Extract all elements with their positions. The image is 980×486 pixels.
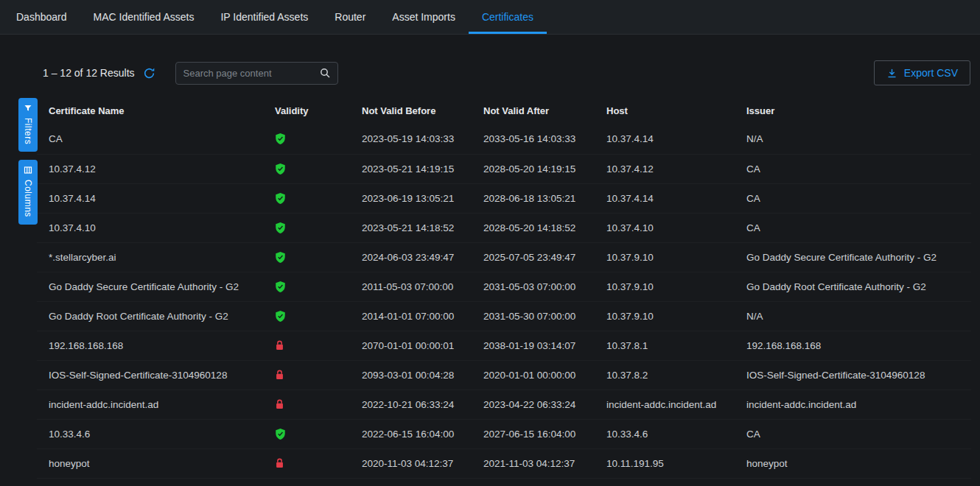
not-valid-before-cell: 2093-03-01 00:04:28 [350,360,472,390]
issuer-cell: CA [735,154,971,183]
issuer-cell: N/A [735,124,971,154]
filters-tab-label: Filters [23,118,33,144]
validity-cell [263,154,350,183]
host-cell: 10.37.4.10 [595,213,735,242]
cert-name-cell: 10.37.4.14 [37,183,263,213]
host-cell: incident-addc.incident.ad [595,390,735,419]
table-row[interactable]: *.stellarcyber.ai2024-06-03 23:49:472025… [37,242,971,272]
cert-name-cell: 10.37.4.10 [37,213,263,242]
not-valid-after-cell: 2033-05-16 14:03:33 [472,124,595,154]
not-valid-after-cell: 2028-05-20 14:18:52 [472,213,595,242]
not-valid-after-cell: 2021-11-03 04:12:37 [472,448,595,478]
not-valid-before-cell: 2023-05-19 14:03:33 [350,124,472,154]
tab-asset-imports[interactable]: Asset Imports [379,0,469,34]
host-cell: 10.11.191.95 [595,448,735,478]
certificates-table: Certificate Name Validity Not Valid Befo… [37,99,971,479]
col-header-not-valid-after[interactable]: Not Valid After [472,99,595,124]
table-row[interactable]: 192.168.168.1682070-01-01 00:00:012038-0… [37,331,971,360]
shield-check-icon [275,192,286,205]
shield-check-icon [275,163,286,175]
search-icon[interactable] [319,67,331,79]
validity-cell [263,272,350,301]
not-valid-after-cell: 2038-01-19 03:14:07 [472,331,595,360]
table-row[interactable]: 10.37.4.142023-06-19 13:05:212028-06-18 … [37,183,971,213]
col-header-issuer[interactable]: Issuer [735,99,971,124]
issuer-cell: CA [735,213,971,242]
refresh-icon [143,67,155,80]
table-row[interactable]: Go Daddy Secure Certificate Authority - … [37,272,971,301]
cert-table-body: CA2023-05-19 14:03:332033-05-16 14:03:33… [37,124,971,478]
validity-cell [263,448,350,478]
validity-cell [263,242,350,272]
results-count: 1 – 12 of 12 Results [43,67,135,79]
shield-check-icon [275,222,286,234]
validity-cell [263,331,350,360]
not-valid-after-cell: 2027-06-15 16:04:00 [472,419,595,448]
cert-name-cell: 192.168.168.168 [37,331,263,360]
col-header-host[interactable]: Host [595,99,735,124]
validity-cell [263,360,350,390]
lock-icon [275,339,284,351]
refresh-button[interactable] [143,67,155,80]
tab-dashboard[interactable]: Dashboard [3,0,80,34]
export-csv-button[interactable]: Export CSV [874,60,970,85]
issuer-cell: CA [735,183,971,213]
issuer-cell: CA [735,419,971,448]
lock-icon [275,457,284,469]
host-cell: 10.37.8.1 [595,331,735,360]
not-valid-before-cell: 2024-06-03 23:49:47 [350,242,472,272]
col-header-validity[interactable]: Validity [263,99,350,124]
table-row[interactable]: incident-addc.incident.ad2022-10-21 06:3… [37,390,971,419]
search-input[interactable] [178,68,319,79]
cert-name-cell: IOS-Self-Signed-Certificate-3104960128 [37,360,263,390]
tab-mac-identified-assets[interactable]: MAC Identified Assets [80,0,208,34]
table-row[interactable]: 10.37.4.102023-05-21 14:18:522028-05-20 … [37,213,971,242]
top-nav: Dashboard MAC Identified Assets IP Ident… [0,0,980,35]
not-valid-after-cell: 2023-04-22 06:33:24 [472,390,595,419]
shield-check-icon [275,428,286,440]
host-cell: 10.37.4.14 [595,183,735,213]
table-row[interactable]: honeypot2020-11-03 04:12:372021-11-03 04… [37,448,971,478]
not-valid-after-cell: 2025-07-05 23:49:47 [472,242,595,272]
table-row[interactable]: IOS-Self-Signed-Certificate-310496012820… [37,360,971,390]
not-valid-before-cell: 2022-10-21 06:33:24 [350,390,472,419]
tab-certificates[interactable]: Certificates [469,0,547,34]
host-cell: 10.37.9.10 [595,301,735,331]
columns-tab[interactable]: Columns [18,160,38,225]
lock-icon [275,398,284,410]
filters-tab[interactable]: Filters [18,98,38,152]
tab-ip-identified-assets[interactable]: IP Identified Assets [207,0,321,34]
issuer-cell: N/A [735,301,971,331]
shield-check-icon [275,133,286,145]
table-row[interactable]: 10.37.4.122023-05-21 14:19:152028-05-20 … [37,154,971,183]
not-valid-before-cell: 2023-06-19 13:05:21 [350,183,472,213]
not-valid-after-cell: 2028-05-20 14:19:15 [472,154,595,183]
cert-name-cell: honeypot [37,448,263,478]
shield-check-icon [275,251,286,264]
not-valid-before-cell: 2023-05-21 14:18:52 [350,213,472,242]
not-valid-before-cell: 2022-06-15 16:04:00 [350,419,472,448]
validity-cell [263,419,350,448]
not-valid-after-cell: 2028-06-18 13:05:21 [472,183,595,213]
table-header-row: Certificate Name Validity Not Valid Befo… [37,99,971,124]
table-row[interactable]: 10.33.4.62022-06-15 16:04:002027-06-15 1… [37,419,971,448]
host-cell: 10.37.9.10 [595,272,735,301]
cert-name-cell: incident-addc.incident.ad [37,390,263,419]
host-cell: 10.37.9.10 [595,242,735,272]
table-row[interactable]: CA2023-05-19 14:03:332033-05-16 14:03:33… [37,124,971,154]
validity-cell [263,124,350,154]
tab-router[interactable]: Router [321,0,379,34]
cert-name-cell: 10.37.4.12 [37,154,263,183]
not-valid-after-cell: 2031-05-03 07:00:00 [472,272,595,301]
table-row[interactable]: Go Daddy Root Certificate Authority - G2… [37,301,971,331]
not-valid-before-cell: 2020-11-03 04:12:37 [350,448,472,478]
col-header-certificate-name[interactable]: Certificate Name [37,99,263,124]
host-cell: 10.37.4.12 [595,154,735,183]
issuer-cell: 192.168.168.168 [735,331,971,360]
host-cell: 10.37.8.2 [595,360,735,390]
issuer-cell: incident-addc.incident.ad [735,390,971,419]
toolbar: 1 – 12 of 12 Results Export CSV [0,61,980,85]
issuer-cell: IOS-Self-Signed-Certificate-3104960128 [735,360,971,390]
shield-check-icon [275,281,286,293]
col-header-not-valid-before[interactable]: Not Valid Before [350,99,472,124]
